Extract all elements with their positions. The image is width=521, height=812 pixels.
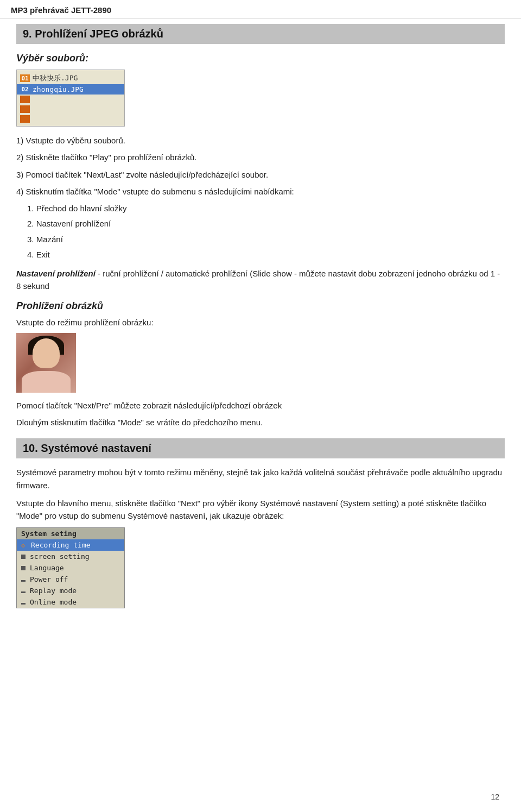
step3-text: 3) Pomocí tlačítek "Next/Last" zvolte ná…	[16, 168, 505, 181]
menu-item-screen-setting[interactable]: screen setting	[17, 551, 124, 562]
file-num-5: 05	[20, 115, 30, 123]
dash-icon-3	[21, 603, 26, 605]
section10-para1: Systémové parametry mohou být v tomto re…	[16, 466, 505, 492]
menu-label-recording-time: Recording time	[31, 541, 91, 549]
section10-heading: 10. Systémové nastavení	[16, 438, 505, 458]
menu-label-online-mode: Online mode	[30, 598, 77, 606]
browsing-text1: Pomocí tlačítek "Next/Pre" můžete zobraz…	[16, 399, 505, 412]
menu-item-power-off[interactable]: Power off	[17, 574, 124, 585]
header-title: MP3 přehrávač JETT-2890	[11, 5, 111, 15]
submenu-item-4: 4. Exit	[27, 248, 505, 261]
menu-label-power-off: Power off	[30, 575, 68, 583]
menu-item-replay-mode[interactable]: Replay mode	[17, 585, 124, 596]
file-num-1: 01	[20, 74, 30, 82]
menu-label-screen-setting: screen setting	[30, 552, 90, 561]
page-number: 12	[491, 792, 499, 801]
file-name-2: zhongqiu.JPG	[33, 85, 84, 93]
menu-item-recording-time[interactable]: ◇ Recording time	[17, 539, 124, 551]
file-row-1[interactable]: 01 中秋快乐.JPG	[17, 72, 124, 84]
file-name-1: 中秋快乐.JPG	[33, 73, 78, 83]
file-row-3[interactable]: 03	[17, 95, 124, 104]
browsing-intro-text: Vstupte do režimu prohlížení obrázku:	[16, 316, 505, 329]
preview-inner	[16, 333, 76, 393]
submenu-item-1: 1. Přechod do hlavní složky	[27, 202, 505, 215]
system-menu-box: System seting ◇ Recording time screen se…	[16, 527, 125, 608]
arrow-icon: ◇	[21, 542, 28, 549]
file-row-2[interactable]: 02 zhongqiu.JPG	[17, 84, 124, 95]
file-num-4: 04	[20, 105, 30, 113]
file-browser: 01 中秋快乐.JPG 02 zhongqiu.JPG 03 04 05	[16, 70, 125, 127]
section10-para2: Vstupte do hlavního menu, stiskněte tlač…	[16, 497, 505, 523]
menu-item-online-mode[interactable]: Online mode	[17, 596, 124, 608]
nastaveni-label: Nastavení prohlížení	[16, 269, 96, 278]
browsing-subheading: Prohlížení obrázků	[16, 300, 505, 312]
file-num-2: 02	[20, 86, 30, 93]
face-body	[22, 371, 71, 393]
dash-icon-2	[21, 591, 26, 593]
file-row-5[interactable]: 05	[17, 114, 124, 124]
menu-label-language: Language	[30, 564, 64, 572]
square-icon-2	[21, 566, 26, 570]
submenu-item-3: 3. Mazání	[27, 233, 505, 246]
section9-heading: 9. Prohlížení JPEG obrázků	[16, 24, 505, 44]
image-preview	[16, 333, 76, 393]
step4-text: 4) Stisknutím tlačítka "Mode" vstupte do…	[16, 185, 505, 198]
square-icon-1	[21, 555, 26, 559]
selection-subheading: Výběr souborů:	[16, 53, 505, 64]
menu-item-language[interactable]: Language	[17, 562, 124, 574]
step2-text: 2) Stiskněte tlačítko "Play" pro prohlíž…	[16, 151, 505, 163]
system-menu-title: System seting	[17, 528, 124, 539]
file-row-4[interactable]: 04	[17, 104, 124, 114]
page-header: MP3 přehrávač JETT-2890	[0, 0, 521, 18]
face-circle	[33, 338, 60, 368]
file-num-3: 03	[20, 96, 30, 103]
nastaveni-para: Nastavení prohlížení - ruční prohlížení …	[16, 267, 505, 293]
dash-icon-1	[21, 580, 26, 582]
submenu-item-2: 2. Nastavení prohlížení	[27, 217, 505, 230]
step1-text: 1) Vstupte do výběru souborů.	[16, 134, 505, 147]
browsing-text2: Dlouhým stisknutím tlačítka "Mode" se vr…	[16, 416, 505, 429]
menu-label-replay-mode: Replay mode	[30, 587, 77, 595]
